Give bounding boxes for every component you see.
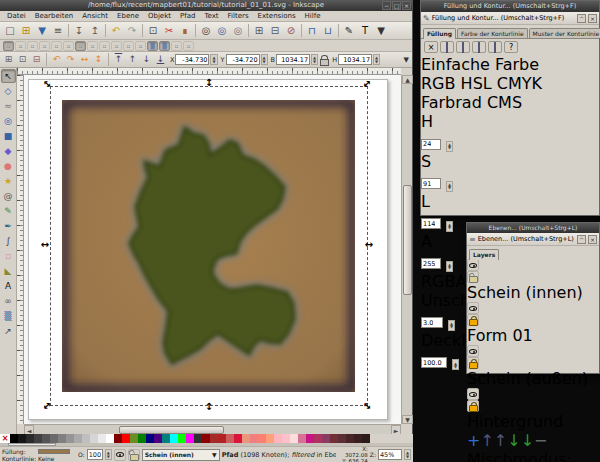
rotate-cw-icon[interactable]: ↷	[64, 53, 77, 66]
snap-cusp-nodes-icon[interactable]: ▫	[111, 41, 122, 51]
menu-pfad[interactable]: Pfad	[176, 12, 199, 20]
zoom-drawing-icon[interactable]: ◎	[214, 23, 230, 38]
tab-cms[interactable]: CMS	[487, 93, 522, 112]
import-icon[interactable]: ↧	[71, 23, 87, 38]
export-icon[interactable]: ↥	[87, 23, 103, 38]
minimize-button[interactable]: −	[382, 1, 391, 10]
palette-swatch[interactable]	[330, 434, 338, 443]
raise-to-top-icon[interactable]: ↑	[112, 53, 125, 66]
duplicate-icon[interactable]: ⊞	[251, 23, 267, 38]
horizontal-ruler[interactable]	[17, 68, 401, 75]
palette-swatch[interactable]	[338, 434, 346, 443]
palette-swatch[interactable]	[34, 434, 42, 443]
snap-path-intersections-icon[interactable]: ▫	[99, 41, 110, 51]
palette-swatch[interactable]	[26, 434, 34, 443]
tool-star[interactable]: ★	[1, 174, 16, 188]
tab-rgb[interactable]: RGB	[421, 74, 456, 93]
selection-handle-e[interactable]: ↔	[364, 240, 374, 250]
palette-swatch[interactable]	[186, 434, 194, 443]
width-field[interactable]: B 1034.17 ▲▼	[271, 54, 319, 65]
palette-swatch[interactable]	[242, 434, 250, 443]
redo-icon[interactable]: ↷	[124, 23, 140, 38]
palette-swatch[interactable]	[74, 434, 82, 443]
deselect-icon[interactable]: ⊟	[30, 53, 43, 66]
tool-paint-bucket[interactable]: ◣	[1, 264, 16, 278]
zoom-spinbox[interactable]: 45%	[378, 449, 402, 460]
palette-swatch[interactable]	[122, 434, 130, 443]
vertical-scrollbar[interactable]: ▲ ▼	[401, 75, 412, 424]
x-field[interactable]: X -34.730 ▲▼	[170, 54, 218, 65]
palette-swatch[interactable]	[178, 434, 186, 443]
tool-bezier-pen[interactable]: ✒	[1, 219, 16, 233]
width-spinner[interactable]: ▲▼	[311, 54, 318, 65]
layer-lock-toggle[interactable]	[467, 271, 479, 283]
palette-swatch[interactable]	[218, 434, 226, 443]
hue-spinbox[interactable]: 24	[421, 139, 441, 150]
snap-bbox-corners-icon[interactable]: ▫	[39, 41, 50, 51]
fill-opacity-spinbox[interactable]: 100.0	[421, 357, 447, 368]
tab-cmyk[interactable]: CMYK	[497, 74, 542, 93]
tool-gradient[interactable]: ▒	[1, 309, 16, 323]
palette-swatch[interactable]	[266, 434, 274, 443]
layer-visibility-toggle[interactable]	[467, 345, 479, 357]
selection-handle-w[interactable]: ↔	[40, 240, 50, 250]
rotate-ccw-icon[interactable]: ↶	[50, 53, 63, 66]
snap-midpoints-icon[interactable]: ▫	[135, 41, 146, 51]
print-document-icon[interactable]: ≡	[50, 23, 66, 38]
tab-stroke-style[interactable]: Muster der Konturlinie	[529, 28, 600, 38]
toolbar-overflow-icon[interactable]: ▼	[404, 56, 409, 64]
palette-swatch[interactable]	[298, 434, 306, 443]
snap-paths-icon[interactable]: ▫	[87, 41, 98, 51]
palette-swatch[interactable]	[18, 434, 26, 443]
vertical-ruler[interactable]	[17, 75, 24, 424]
tool-dropper[interactable]: ↗	[1, 324, 16, 338]
layer-row[interactable]: Schein (außen)	[467, 345, 599, 388]
horizontal-scroll-thumb[interactable]	[119, 426, 224, 434]
scroll-down-icon[interactable]: ▼	[402, 415, 413, 424]
flat-color-icon[interactable]	[440, 41, 454, 53]
snap-guides-icon[interactable]: ▒	[159, 41, 170, 51]
menu-datei[interactable]: Datei	[3, 12, 30, 20]
fill-swatch[interactable]	[38, 449, 70, 454]
copy-icon[interactable]: ⊡	[145, 23, 161, 38]
palette-swatch[interactable]	[82, 434, 90, 443]
menu-objekt[interactable]: Objekt	[144, 12, 175, 20]
height-spinner[interactable]: ▲▼	[373, 54, 380, 65]
zoom-page-icon[interactable]: ◎	[230, 23, 246, 38]
tool-ellipse[interactable]: ●	[1, 159, 16, 173]
palette-swatch[interactable]	[170, 434, 178, 443]
palette-swatch[interactable]	[146, 434, 154, 443]
y-field[interactable]: Y -34.720 ▲▼	[221, 54, 268, 65]
palette-swatch[interactable]	[42, 434, 50, 443]
window-titlebar[interactable]: /home/flux/recent/mapbert01/tutorial/tut…	[0, 0, 412, 11]
lower-layer-button[interactable]: ↓	[507, 431, 520, 450]
palette-swatch[interactable]	[10, 434, 18, 443]
selection-handle-n[interactable]: ↕	[204, 78, 214, 88]
snap-page-border-icon[interactable]: ▫	[171, 41, 182, 51]
tool-spiral[interactable]: @	[1, 189, 16, 203]
maximize-button[interactable]: □	[392, 1, 401, 10]
palette-swatch[interactable]	[106, 434, 114, 443]
height-input[interactable]: 1034.17	[338, 54, 372, 65]
save-document-icon[interactable]: ▼	[34, 23, 50, 38]
palette-swatch[interactable]	[362, 434, 370, 443]
y-spinner[interactable]: ▲▼	[261, 54, 268, 65]
snap-enable-icon[interactable]: ▫	[3, 41, 14, 51]
layer-visibility-toggle[interactable]	[114, 449, 126, 461]
palette-swatch[interactable]	[66, 434, 74, 443]
scroll-up-icon[interactable]: ▲	[402, 75, 413, 84]
palette-swatch[interactable]	[210, 434, 218, 443]
layer-lock-toggle[interactable]	[467, 400, 479, 412]
palette-swatch[interactable]	[258, 434, 266, 443]
selection-rectangle[interactable]	[50, 86, 368, 406]
menu-ansicht[interactable]: Ansicht	[78, 12, 112, 20]
dock-close-icon[interactable]: ×	[588, 14, 597, 23]
menu-ebene[interactable]: Ebene	[113, 12, 143, 20]
undo-icon[interactable]: ↶	[108, 23, 124, 38]
no-paint-icon[interactable]: ×	[424, 41, 438, 53]
snap-bbox-icon[interactable]: ▫	[15, 41, 26, 51]
radial-gradient-icon[interactable]	[472, 41, 486, 53]
layer-lock-toggle[interactable]	[467, 314, 479, 326]
palette-swatch[interactable]	[322, 434, 330, 443]
palette-swatch[interactable]	[226, 434, 234, 443]
